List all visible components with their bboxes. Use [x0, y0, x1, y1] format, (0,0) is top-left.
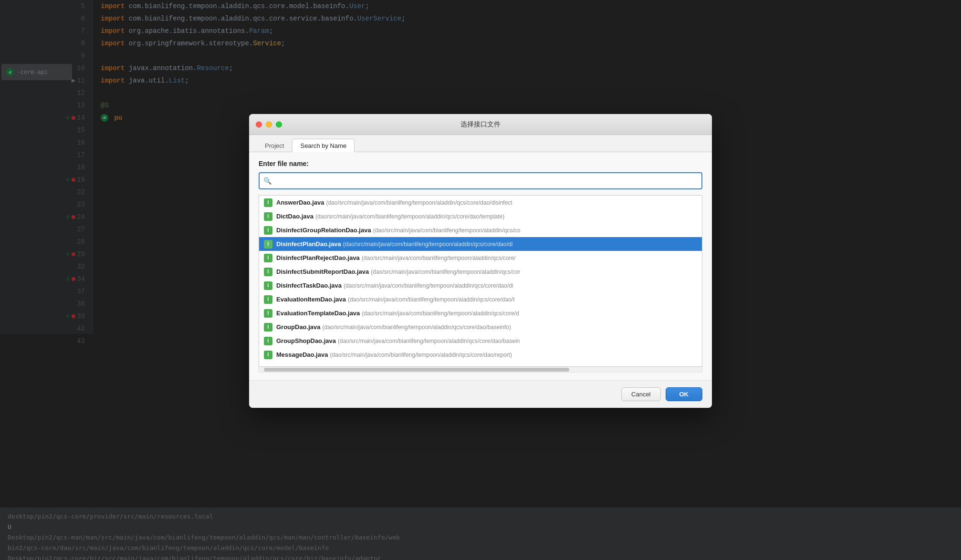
- horizontal-scrollbar[interactable]: [259, 367, 702, 373]
- file-name: EvaluationItemDao.java: [276, 296, 346, 303]
- ok-button[interactable]: OK: [666, 387, 703, 401]
- dialog-footer: Cancel OK: [249, 380, 712, 408]
- dialog-title: 选择接口文件: [460, 120, 501, 129]
- file-path: (dao/src/main/java/com/bianlifeng/tempoo…: [373, 227, 521, 234]
- tab-search-by-name[interactable]: Search by Name: [292, 139, 355, 152]
- file-name: DictDao.java: [276, 213, 313, 220]
- file-type-icon: I: [264, 295, 272, 304]
- file-type-icon: I: [264, 212, 272, 221]
- list-item[interactable]: IDisinfectPlanDao.java (dao/src/main/jav…: [259, 237, 702, 251]
- tab-project[interactable]: Project: [257, 139, 292, 152]
- file-name: DisinfectTaskDao.java: [276, 282, 342, 289]
- file-type-icon: I: [264, 268, 272, 276]
- file-type-icon: I: [264, 281, 272, 290]
- dialog: 选择接口文件 Project Search by Name Enter file…: [249, 114, 712, 408]
- file-path: (dao/src/main/java/com/bianlifeng/tempoo…: [330, 352, 512, 358]
- file-name: MessageDao.java: [276, 351, 328, 358]
- list-item[interactable]: IEvaluationItemDao.java (dao/src/main/ja…: [259, 292, 702, 306]
- list-item[interactable]: IAnswerDao.java (dao/src/main/java/com/b…: [259, 196, 702, 209]
- list-item[interactable]: IEvaluationTemplateDao.java (dao/src/mai…: [259, 306, 702, 320]
- close-window-button[interactable]: [256, 121, 262, 127]
- cancel-button[interactable]: Cancel: [621, 387, 660, 401]
- file-type-icon: I: [264, 254, 272, 262]
- file-type-icon: I: [264, 309, 272, 318]
- dialog-tabs: Project Search by Name: [249, 135, 712, 152]
- file-path: (dao/src/main/java/com/bianlifeng/tempoo…: [371, 269, 520, 275]
- file-type-icon: I: [264, 198, 272, 207]
- file-path: (dao/src/main/java/com/bianlifeng/tempoo…: [344, 282, 513, 289]
- dialog-titlebar: 选择接口文件: [249, 114, 712, 135]
- list-item[interactable]: IGroupShopDao.java (dao/src/main/java/co…: [259, 334, 702, 348]
- list-item[interactable]: IDisinfectSubmitReportDao.java (dao/src/…: [259, 265, 702, 279]
- file-type-icon: I: [264, 240, 272, 249]
- search-input-wrapper: 🔍: [259, 172, 702, 189]
- editor-background: 5 6 7 8 9 10 ▶ 11 12 13 ↺ 14 15 16 17 18…: [0, 0, 961, 560]
- horizontal-scroll-thumb[interactable]: [264, 368, 569, 372]
- list-item[interactable]: IDisinfectTaskDao.java (dao/src/main/jav…: [259, 279, 702, 292]
- file-path: (dao/src/main/java/com/bianlifeng/tempoo…: [343, 241, 513, 248]
- file-name: DisinfectGroupRelationDao.java: [276, 227, 371, 234]
- list-item[interactable]: IDisinfectGroupRelationDao.java (dao/src…: [259, 223, 702, 237]
- file-type-icon: I: [264, 323, 272, 332]
- file-name: GroupShopDao.java: [276, 337, 336, 344]
- file-name: AnswerDao.java: [276, 199, 324, 206]
- maximize-window-button[interactable]: [276, 121, 282, 127]
- file-path: (dao/src/main/java/com/bianlifeng/tempoo…: [362, 255, 516, 261]
- file-name: DisinfectSubmitReportDao.java: [276, 268, 369, 275]
- search-icon: 🔍: [263, 177, 272, 185]
- file-path: (dao/src/main/java/com/bianlifeng/tempoo…: [338, 338, 520, 344]
- file-type-icon: I: [264, 226, 272, 235]
- window-controls: [256, 121, 282, 127]
- file-type-icon: I: [264, 351, 272, 359]
- list-item[interactable]: IGroupDao.java (dao/src/main/java/com/bi…: [259, 320, 702, 334]
- file-list[interactable]: IAnswerDao.java (dao/src/main/java/com/b…: [259, 195, 702, 367]
- file-path: (dao/src/main/java/com/bianlifeng/tempoo…: [322, 324, 511, 331]
- file-type-icon: I: [264, 337, 272, 345]
- minimize-window-button[interactable]: [266, 121, 272, 127]
- file-name: DisinfectPlanDao.java: [276, 240, 341, 248]
- dialog-overlay: 选择接口文件 Project Search by Name Enter file…: [0, 0, 961, 560]
- file-name: EvaluationTemplateDao.java: [276, 310, 360, 317]
- list-item[interactable]: IDisinfectPlanRejectDao.java (dao/src/ma…: [259, 251, 702, 265]
- file-path: (dao/src/main/java/com/bianlifeng/tempoo…: [362, 310, 519, 317]
- file-name: DisinfectPlanRejectDao.java: [276, 254, 360, 261]
- file-path: (dao/src/main/java/com/bianlifeng/tempoo…: [315, 213, 504, 220]
- file-name-label: Enter file name:: [259, 160, 702, 167]
- file-path: (dao/src/main/java/com/bianlifeng/tempoo…: [326, 199, 512, 206]
- search-input[interactable]: [259, 172, 702, 189]
- file-path: (dao/src/main/java/com/bianlifeng/tempoo…: [348, 296, 515, 303]
- dialog-content: Enter file name: 🔍 IAnswerDao.java (dao/…: [249, 152, 712, 380]
- file-name: GroupDao.java: [276, 323, 320, 331]
- list-item[interactable]: IDictDao.java (dao/src/main/java/com/bia…: [259, 209, 702, 223]
- list-item[interactable]: IMessageDao.java (dao/src/main/java/com/…: [259, 348, 702, 362]
